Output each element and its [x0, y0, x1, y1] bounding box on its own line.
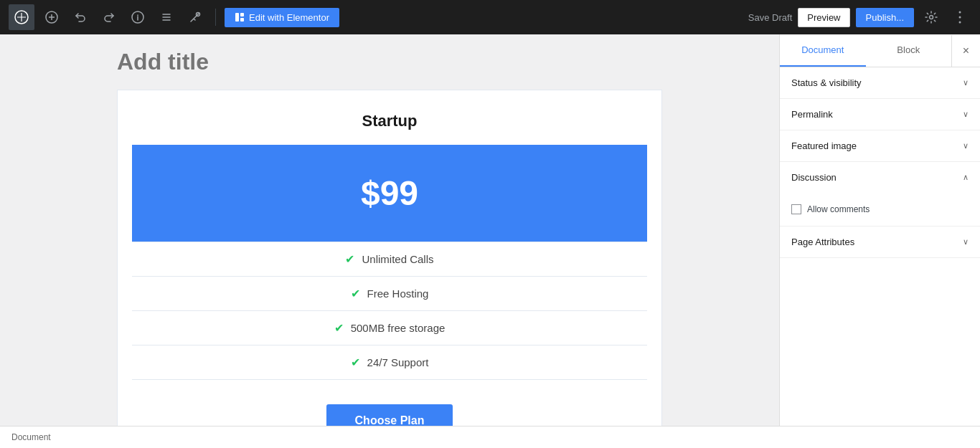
section-page-attributes-label: Page Attributes: [791, 237, 854, 247]
pricing-features: ✔ Unlimited Calls ✔ Free Hosting ✔ 500MB…: [132, 242, 647, 380]
section-discussion-label: Discussion: [791, 172, 837, 183]
sidebar: Document Block × Status & visibility ∨ P…: [779, 34, 980, 426]
pricing-title: Startup: [132, 112, 647, 130]
status-bar-label: Document: [11, 432, 51, 442]
allow-comments-checkbox[interactable]: [791, 204, 801, 214]
section-permalink-header[interactable]: Permalink ∨: [780, 99, 980, 130]
edit-elementor-label: Edit with Elementor: [249, 12, 329, 23]
check-icon-2: ✔: [351, 287, 360, 300]
editor-area: Startup $99 ✔ Unlimited Calls ✔ Free Hos…: [0, 34, 779, 426]
toolbar-separator: [215, 9, 216, 26]
allow-comments-row: Allow comments: [791, 201, 969, 217]
sidebar-header: Document Block ×: [780, 34, 980, 67]
chevron-featured-image: ∨: [963, 141, 969, 151]
allow-comments-label[interactable]: Allow comments: [807, 204, 870, 214]
section-page-attributes: Page Attributes ∨: [780, 227, 980, 258]
tab-block[interactable]: Block: [866, 34, 952, 67]
preview-button[interactable]: Preview: [798, 8, 849, 27]
info-button[interactable]: [126, 6, 149, 29]
section-discussion-header[interactable]: Discussion ∧: [780, 162, 980, 193]
page-title-input[interactable]: [117, 34, 662, 82]
section-status-visibility-label: Status & visibility: [791, 77, 862, 88]
chevron-discussion: ∧: [963, 173, 969, 182]
save-draft-button[interactable]: Save Draft: [748, 12, 792, 23]
main-layout: Startup $99 ✔ Unlimited Calls ✔ Free Hos…: [0, 34, 980, 426]
wp-logo-icon[interactable]: [9, 4, 34, 30]
feature-item-2: ✔ Free Hosting: [132, 277, 647, 311]
svg-rect-6: [240, 18, 244, 22]
pricing-price: $99: [146, 173, 633, 213]
add-block-button[interactable]: [40, 6, 63, 29]
feature-label-2: Free Hosting: [367, 287, 429, 300]
section-discussion-body: Allow comments: [780, 193, 980, 226]
feature-label-4: 24/7 Support: [367, 356, 429, 368]
section-featured-image-header[interactable]: Featured image ∨: [780, 130, 980, 161]
section-featured-image: Featured image ∨: [780, 130, 980, 162]
pricing-card: Startup $99 ✔ Unlimited Calls ✔ Free Hos…: [117, 90, 662, 426]
chevron-permalink: ∨: [963, 110, 969, 119]
feature-item-1: ✔ Unlimited Calls: [132, 242, 647, 277]
feature-label-3: 500MB free storage: [351, 322, 446, 334]
svg-rect-4: [235, 13, 239, 22]
toolbar: Edit with Elementor Save Draft Preview P…: [0, 0, 980, 34]
section-page-attributes-header[interactable]: Page Attributes ∨: [780, 227, 980, 257]
svg-point-9: [959, 16, 961, 19]
chevron-page-attributes: ∨: [963, 237, 969, 247]
section-discussion: Discussion ∧ Allow comments: [780, 162, 980, 227]
edit-with-elementor-button[interactable]: Edit with Elementor: [225, 8, 339, 27]
feature-item-3: ✔ 500MB free storage: [132, 311, 647, 345]
check-icon-4: ✔: [351, 356, 360, 369]
section-permalink: Permalink ∨: [780, 99, 980, 130]
section-status-visibility: Status & visibility ∨: [780, 67, 980, 99]
list-view-button[interactable]: [155, 6, 178, 29]
section-featured-image-label: Featured image: [791, 140, 857, 151]
choose-plan-button[interactable]: Choose Plan: [326, 404, 453, 426]
svg-rect-5: [240, 13, 244, 16]
check-icon-1: ✔: [345, 252, 354, 266]
pricing-price-box: $99: [132, 145, 647, 242]
publish-button[interactable]: Publish...: [856, 8, 914, 27]
toolbar-right: Save Draft Preview Publish...: [748, 6, 971, 29]
editor-inner: Startup $99 ✔ Unlimited Calls ✔ Free Hos…: [95, 34, 684, 426]
undo-button[interactable]: [69, 6, 92, 29]
sidebar-close-button[interactable]: ×: [951, 35, 980, 67]
settings-button[interactable]: [920, 6, 943, 29]
status-bar: Document: [0, 426, 980, 448]
svg-point-10: [959, 22, 961, 24]
sidebar-content: Status & visibility ∨ Permalink ∨ Featur…: [780, 67, 980, 426]
check-icon-3: ✔: [334, 321, 344, 335]
tools-button[interactable]: [184, 6, 207, 29]
redo-button[interactable]: [98, 6, 121, 29]
svg-point-7: [930, 16, 933, 19]
feature-item-4: ✔ 24/7 Support: [132, 345, 647, 380]
feature-label-1: Unlimited Calls: [362, 253, 433, 265]
section-permalink-label: Permalink: [791, 109, 833, 120]
section-status-visibility-header[interactable]: Status & visibility ∨: [780, 67, 980, 98]
more-options-button[interactable]: [948, 6, 971, 29]
tab-document[interactable]: Document: [780, 34, 866, 67]
svg-point-8: [959, 11, 961, 14]
chevron-status-visibility: ∨: [963, 78, 969, 87]
